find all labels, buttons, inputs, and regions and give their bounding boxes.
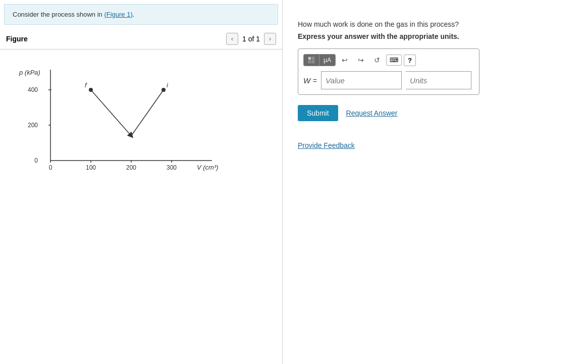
- svg-text:i: i: [167, 81, 169, 89]
- question-text: How much work is done on the gas in this…: [298, 20, 573, 28]
- undo-button[interactable]: ↩: [338, 54, 352, 66]
- figure-title: Figure: [6, 35, 28, 43]
- svg-line-17: [91, 90, 131, 136]
- svg-rect-24: [312, 57, 314, 60]
- chart-container: p (kPa) 400 200 0: [5, 55, 277, 197]
- help-button[interactable]: ?: [404, 55, 416, 66]
- svg-rect-26: [312, 61, 314, 63]
- action-row: Submit Request Answer: [298, 105, 573, 121]
- figure-section: Figure ‹ 1 of 1 › p (kPa): [0, 29, 282, 364]
- help-label: ?: [408, 57, 412, 64]
- question-suffix: .: [133, 11, 135, 18]
- grid-icon: [308, 57, 315, 64]
- figure-pagination: 1 of 1: [242, 35, 260, 43]
- svg-text:300: 300: [167, 164, 177, 171]
- mu-label: μA: [324, 57, 331, 64]
- undo-icon: ↩: [342, 56, 348, 64]
- svg-point-19: [89, 88, 93, 92]
- request-answer-button[interactable]: Request Answer: [346, 109, 398, 117]
- right-panel: How much work is done on the gas in this…: [283, 0, 588, 364]
- left-panel: Consider the process shown in (Figure 1)…: [0, 0, 283, 364]
- svg-line-18: [131, 90, 164, 136]
- figure-content: p (kPa) 400 200 0: [0, 49, 282, 364]
- svg-text:200: 200: [126, 164, 136, 171]
- svg-text:100: 100: [86, 164, 96, 171]
- input-row: W =: [303, 71, 474, 89]
- svg-text:400: 400: [28, 86, 38, 93]
- question-text: Consider the process shown in: [13, 11, 104, 18]
- figure-link[interactable]: (Figure 1): [104, 11, 132, 18]
- svg-rect-23: [308, 57, 311, 60]
- svg-text:0: 0: [49, 164, 52, 171]
- figure-header: Figure ‹ 1 of 1 ›: [0, 29, 282, 49]
- svg-text:V (cm³): V (cm³): [197, 164, 219, 171]
- units-input[interactable]: [406, 71, 471, 89]
- value-input[interactable]: [321, 71, 402, 89]
- prev-figure-button[interactable]: ‹: [226, 33, 238, 45]
- next-figure-button[interactable]: ›: [264, 33, 276, 45]
- svg-text:0: 0: [34, 157, 38, 164]
- keyboard-icon: ⌨: [390, 57, 398, 64]
- mu-button[interactable]: μA: [319, 55, 335, 66]
- refresh-button[interactable]: ↺: [370, 54, 384, 66]
- keyboard-button[interactable]: ⌨: [386, 55, 402, 66]
- format-btn-group: μA: [303, 54, 336, 66]
- w-label: W =: [303, 76, 317, 85]
- svg-text:200: 200: [28, 122, 38, 129]
- answer-box: μA ↩ ↪ ↺ ⌨ ? W =: [298, 48, 479, 95]
- y-axis-label: p (kPa): [19, 69, 40, 76]
- answer-instruction: Express your answer with the appropriate…: [298, 32, 573, 40]
- toolbar: μA ↩ ↪ ↺ ⌨ ?: [303, 54, 474, 66]
- grid-button[interactable]: [304, 55, 319, 66]
- pv-chart: p (kPa) 400 200 0: [10, 60, 252, 191]
- provide-feedback-button[interactable]: Provide Feedback: [298, 141, 355, 149]
- figure-nav: ‹ 1 of 1 ›: [226, 33, 276, 45]
- svg-rect-25: [308, 61, 311, 63]
- refresh-icon: ↺: [374, 56, 380, 64]
- submit-button[interactable]: Submit: [298, 105, 338, 121]
- redo-icon: ↪: [358, 56, 364, 64]
- svg-point-21: [162, 88, 166, 92]
- svg-text:f: f: [85, 81, 87, 89]
- redo-button[interactable]: ↪: [354, 54, 368, 66]
- question-box: Consider the process shown in (Figure 1)…: [4, 4, 278, 25]
